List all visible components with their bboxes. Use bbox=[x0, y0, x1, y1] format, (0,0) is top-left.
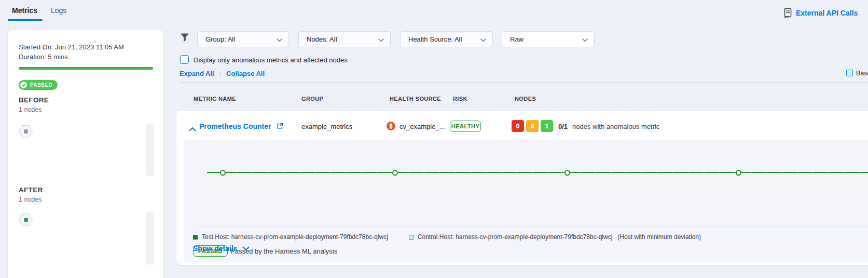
before-scrollbar[interactable] bbox=[146, 124, 154, 176]
test-host-legend-label: Test Host: harness-cv-prom-example-deplo… bbox=[202, 233, 388, 241]
nodes-filter-value: Nodes: All bbox=[307, 35, 337, 43]
check-icon bbox=[20, 82, 27, 88]
collapse-row-icon[interactable] bbox=[189, 124, 196, 134]
column-header-health-source: HEALTH SOURCE bbox=[390, 96, 441, 102]
after-section-title: AFTER bbox=[19, 186, 43, 194]
after-node-hexagon[interactable] bbox=[19, 213, 33, 226]
verification-status-badge: PASSED bbox=[19, 80, 58, 90]
tab-metrics[interactable]: Metrics bbox=[12, 6, 37, 15]
column-header-risk: RISK bbox=[453, 96, 467, 102]
started-on-text: Started On: Jun 21, 2023 11:05 AM bbox=[19, 43, 124, 51]
control-host-legend-square bbox=[409, 235, 414, 240]
duration-text: Duration: 5 mins bbox=[19, 53, 68, 61]
control-host-legend-label: Control Host: harness-cv-prom-example-de… bbox=[418, 233, 613, 241]
chart-legend-divider bbox=[197, 227, 868, 227]
orange-node-count-badge: 0 bbox=[526, 120, 539, 132]
anomalous-only-checkbox[interactable] bbox=[180, 55, 189, 64]
show-details-link[interactable]: Show details bbox=[193, 244, 250, 253]
view-mode-value: Raw bbox=[510, 35, 523, 43]
chevron-down-icon bbox=[277, 35, 282, 44]
chevron-down-icon bbox=[242, 244, 250, 253]
health-source-filter-value: Health Source: All bbox=[408, 35, 462, 43]
chevron-down-icon bbox=[480, 35, 486, 44]
collapse-all-link[interactable]: Collapse All bbox=[226, 70, 265, 77]
verification-status-label: PASSED bbox=[30, 82, 52, 88]
metric-row-card: Prometheus Counter example_metrics cv_ex… bbox=[176, 111, 868, 265]
link-separator: | bbox=[219, 70, 221, 77]
external-api-calls-label: External API Calls bbox=[796, 9, 858, 17]
baseline-legend-label: Base bbox=[856, 70, 868, 77]
green-node-count-badge: 1 bbox=[541, 120, 553, 132]
view-mode-dropdown[interactable]: Raw bbox=[502, 31, 595, 47]
show-details-label: Show details bbox=[193, 244, 238, 253]
before-node-status-dot bbox=[24, 129, 28, 134]
health-source-filter-dropdown[interactable]: Health Source: All bbox=[400, 31, 493, 47]
filter-divider bbox=[180, 82, 868, 83]
expand-all-link[interactable]: Expand All bbox=[180, 70, 214, 77]
tab-logs[interactable]: Logs bbox=[51, 6, 66, 15]
api-document-icon: API bbox=[784, 8, 792, 18]
chevron-down-icon bbox=[378, 35, 384, 44]
nodes-filter-dropdown[interactable]: Nodes: All bbox=[298, 31, 391, 47]
before-node-hexagon[interactable] bbox=[19, 125, 33, 138]
prometheus-icon bbox=[387, 122, 395, 133]
baseline-legend-square bbox=[846, 70, 853, 76]
risk-status-badge: HEALTHY bbox=[450, 121, 481, 132]
control-host-note: (Host with minimum deviation) bbox=[617, 233, 701, 241]
health-source-value: cv_example_... bbox=[399, 123, 445, 130]
metric-name-link[interactable]: Prometheus Counter bbox=[199, 122, 271, 130]
column-header-nodes: NODES bbox=[515, 96, 536, 102]
verification-metrics-page: Metrics Logs API External API Calls Star… bbox=[0, 0, 868, 278]
external-api-calls-link[interactable]: API External API Calls bbox=[784, 8, 858, 18]
metric-data-point[interactable] bbox=[392, 170, 398, 176]
metric-line bbox=[207, 172, 868, 173]
filter-icon[interactable] bbox=[180, 33, 189, 45]
external-link-icon[interactable] bbox=[277, 122, 283, 131]
svg-text:API: API bbox=[784, 16, 790, 19]
metric-chart-panel: Test Host: harness-cv-prom-example-deplo… bbox=[184, 140, 868, 262]
metric-data-point[interactable] bbox=[564, 170, 570, 176]
group-filter-value: Group: All bbox=[205, 35, 235, 43]
after-node-count: 1 nodes bbox=[19, 196, 42, 203]
chart-legend: Test Host: harness-cv-prom-example-deplo… bbox=[193, 233, 701, 241]
anomalous-ratio: 0/1 bbox=[558, 123, 568, 130]
test-host-legend-square bbox=[193, 235, 198, 240]
metric-data-point[interactable] bbox=[736, 170, 741, 176]
anomalous-only-label: Display only anomalous metrics and affec… bbox=[194, 56, 348, 64]
before-section-title: BEFORE bbox=[19, 96, 49, 104]
before-node-count: 1 nodes bbox=[19, 106, 42, 113]
metric-group-value: example_metrics bbox=[301, 123, 352, 130]
metric-data-point[interactable] bbox=[220, 170, 226, 176]
group-filter-dropdown[interactable]: Group: All bbox=[197, 31, 289, 47]
tab-metrics-underline bbox=[8, 19, 43, 21]
after-node-status-dot bbox=[24, 218, 28, 222]
column-header-group: GROUP bbox=[301, 96, 323, 102]
anomalous-ratio-label: nodes with anomalous metric bbox=[572, 123, 659, 130]
red-node-count-badge: 0 bbox=[512, 120, 524, 132]
verification-progress-bar bbox=[19, 67, 153, 70]
nodes-summary-panel: Started On: Jun 21, 2023 11:05 AM Durati… bbox=[8, 30, 163, 278]
column-header-metric-name: METRIC NAME bbox=[194, 96, 236, 102]
chevron-down-icon bbox=[582, 35, 588, 44]
after-scrollbar[interactable] bbox=[146, 212, 154, 264]
